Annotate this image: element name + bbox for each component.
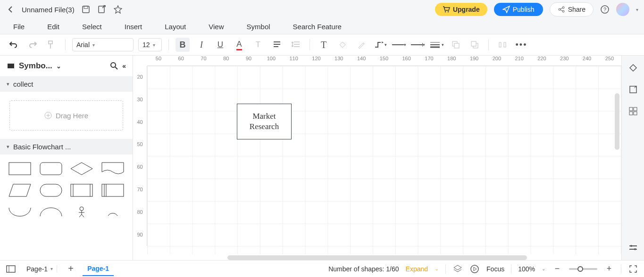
menu-view[interactable]: View [209, 23, 224, 31]
shape-rect[interactable] [7, 160, 33, 177]
svg-point-6 [562, 7, 564, 8]
ruler-tick: 60 [170, 56, 192, 65]
fontsize-select[interactable]: 12▾ [138, 38, 162, 51]
fill-panel-icon[interactable] [627, 62, 639, 73]
font-select[interactable]: Arial▾ [72, 38, 134, 51]
shape-document[interactable] [100, 160, 126, 177]
export-icon[interactable] [97, 5, 107, 14]
shape-diamond[interactable] [69, 160, 95, 177]
help-icon[interactable]: ? [600, 5, 610, 14]
pen-button[interactable] [354, 38, 368, 52]
shape-stored-data[interactable] [100, 182, 126, 199]
svg-point-7 [562, 10, 564, 12]
export-panel-icon[interactable] [627, 84, 639, 95]
shape-actor[interactable] [69, 204, 95, 220]
sidebar-collapse-icon[interactable]: ⌄ [56, 63, 61, 70]
fullscreen-icon[interactable] [628, 264, 638, 274]
settings-panel-icon[interactable] [627, 242, 639, 253]
connector-button[interactable]: ▾ [373, 38, 387, 52]
fill-button[interactable] [335, 38, 350, 52]
format-painter-button[interactable] [44, 38, 59, 52]
shape-circle-partial[interactable] [100, 204, 126, 220]
ruler-tick: 80 [133, 201, 147, 224]
share-label: Share [568, 6, 585, 13]
svg-rect-44 [7, 266, 15, 272]
bold-button[interactable]: B [176, 38, 190, 52]
redo-button[interactable] [25, 38, 40, 52]
svg-rect-37 [634, 107, 637, 111]
menu-file[interactable]: File [13, 23, 25, 31]
shape-parallelogram[interactable] [7, 182, 33, 199]
search-icon[interactable] [110, 62, 118, 70]
publish-button[interactable]: Publish [494, 3, 543, 16]
canvas[interactable]: Market Research [147, 66, 621, 254]
menu-layout[interactable]: Layout [165, 23, 186, 31]
ruler-tick: 60 [133, 156, 147, 179]
save-icon[interactable] [81, 5, 91, 14]
page-select-value: Page-1 [26, 265, 48, 273]
arrow-style-button[interactable]: ▾ [411, 38, 425, 52]
add-page-button[interactable]: + [66, 264, 76, 274]
line-spacing-button[interactable] [289, 38, 303, 52]
expand-button[interactable]: Expand [406, 265, 428, 273]
shape-predefined[interactable] [69, 182, 95, 199]
menu-select[interactable]: Select [82, 23, 102, 31]
horizontal-scrollbar[interactable] [227, 255, 527, 260]
menu-search-feature[interactable]: Search Feature [293, 23, 342, 31]
chevron-down-icon: ▾ [7, 81, 9, 87]
grid-panel-icon[interactable] [627, 106, 639, 117]
ruler-tick: 40 [133, 111, 147, 134]
more-button[interactable]: ••• [514, 38, 528, 52]
underline-button[interactable]: U [213, 38, 227, 52]
page-select[interactable]: Page-1 ▾ [23, 265, 57, 273]
star-icon[interactable] [113, 5, 123, 14]
zoom-value[interactable]: 100% [518, 265, 535, 273]
page-tab-1[interactable]: Page-1 [83, 262, 114, 276]
expand-caret-icon[interactable]: ⌄ [435, 266, 439, 272]
pages-panel-icon[interactable] [6, 264, 16, 274]
strikethrough-button[interactable]: T [251, 38, 265, 52]
menu-edit[interactable]: Edit [47, 23, 59, 31]
align-button[interactable] [270, 38, 284, 52]
menu-insert[interactable]: Insert [125, 23, 142, 31]
zoom-out-button[interactable]: − [552, 264, 562, 274]
shape-rounded-rect[interactable] [38, 160, 64, 177]
upgrade-button[interactable]: Upgrade [435, 3, 487, 16]
zoom-in-button[interactable]: + [604, 264, 614, 274]
layers-icon[interactable] [452, 264, 463, 274]
focus-label[interactable]: Focus [486, 265, 504, 273]
shape-ellipse-half[interactable] [7, 204, 33, 220]
ruler-tick: 230 [553, 56, 576, 65]
plus-icon [44, 112, 52, 119]
svg-rect-35 [630, 86, 636, 93]
user-avatar[interactable] [616, 3, 629, 16]
back-button[interactable] [6, 5, 15, 14]
vertical-scrollbar[interactable] [615, 93, 619, 150]
line-style-button[interactable]: ▾ [392, 38, 406, 52]
panel-basic-flowchart[interactable]: ▾ Basic Flowchart ... [0, 139, 133, 155]
front-button[interactable] [449, 38, 463, 52]
canvas-shape-market-research[interactable]: Market Research [237, 104, 292, 139]
shape-ellipse-half2[interactable] [38, 204, 64, 220]
drag-here-zone[interactable]: Drag Here [9, 100, 123, 130]
svg-rect-21 [8, 64, 14, 68]
undo-button[interactable] [7, 38, 21, 52]
font-color-button[interactable]: A [232, 38, 246, 52]
share-button[interactable]: Share [550, 2, 594, 16]
zoom-slider[interactable] [569, 268, 597, 270]
menu-symbol[interactable]: Symbol [247, 23, 270, 31]
back-button-z[interactable] [468, 38, 482, 52]
panel-collect[interactable]: ▾ collect [0, 76, 133, 92]
svg-point-22 [111, 63, 116, 67]
line-weight-button[interactable]: ▾ [430, 38, 444, 52]
presentation-icon[interactable] [469, 264, 480, 274]
file-title[interactable]: Unnamed File(3) [22, 6, 75, 14]
shape-pill[interactable] [38, 182, 64, 199]
distribute-button[interactable] [495, 38, 510, 52]
collapse-sidebar-icon[interactable]: « [122, 62, 126, 70]
svg-rect-27 [40, 184, 62, 196]
text-tool-button[interactable]: T [317, 38, 331, 52]
italic-button[interactable]: I [194, 38, 209, 52]
zoom-caret-icon[interactable]: ⌄ [542, 266, 545, 271]
avatar-caret-icon[interactable]: ▾ [636, 7, 638, 12]
